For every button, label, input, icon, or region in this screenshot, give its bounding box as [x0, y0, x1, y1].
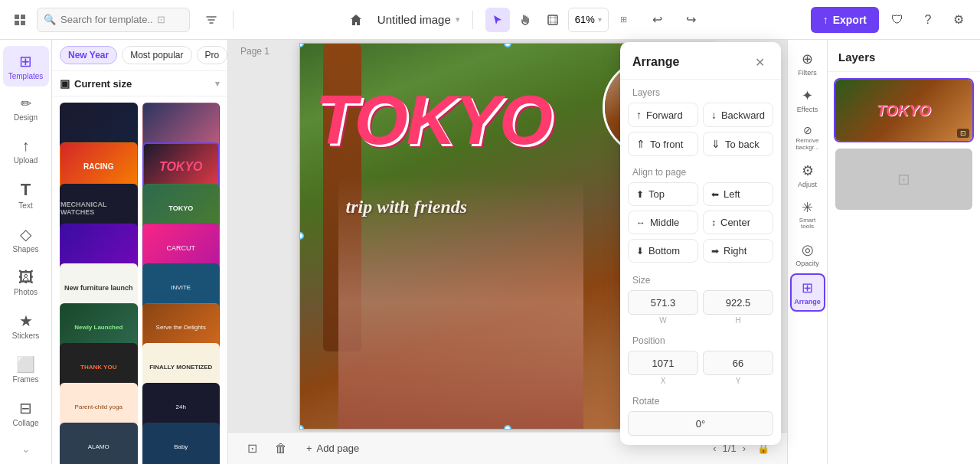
- smart-tools-icon: ✳: [802, 199, 813, 216]
- search-box[interactable]: 🔍 ⊡: [37, 8, 190, 32]
- tag-new-year[interactable]: New Year: [60, 46, 117, 64]
- align-section-label: Align to page: [620, 159, 781, 182]
- layer-item[interactable]: ⊡: [834, 147, 974, 211]
- sidebar-item-collage[interactable]: ⊟ Collage: [3, 393, 49, 433]
- shapes-icon: ◇: [20, 225, 31, 243]
- arrange-icon: ⊞: [802, 279, 813, 296]
- sidebar-item-shapes[interactable]: ◇ Shapes: [3, 219, 49, 260]
- arrange-panel-header: Arrange ✕: [620, 42, 781, 80]
- forward-button[interactable]: ↑ Forward: [628, 103, 698, 127]
- height-input-group: H: [703, 290, 773, 325]
- align-left-icon: ⬅: [711, 189, 719, 200]
- right-panel-smart-tools[interactable]: ✳ Smart tools: [790, 194, 825, 236]
- x-input[interactable]: [628, 351, 698, 375]
- undo-btn[interactable]: ↩: [645, 8, 670, 32]
- template-item[interactable]: ALAMO: [60, 423, 138, 464]
- home-icon[interactable]: [344, 8, 368, 32]
- layer-thumbnail2: ⊡: [835, 149, 972, 210]
- y-input[interactable]: [703, 351, 773, 375]
- divider2: [472, 11, 473, 29]
- right-panel-filters[interactable]: ⊕ Filters: [790, 46, 825, 81]
- opacity-icon: ◎: [802, 241, 814, 258]
- right-panel-arrange[interactable]: ⊞ Arrange: [790, 273, 825, 312]
- frames-icon: ⬜: [16, 355, 35, 374]
- help-icon[interactable]: ?: [916, 8, 940, 32]
- hand-tool[interactable]: [513, 8, 537, 32]
- resize-handle-bc[interactable]: [504, 425, 511, 430]
- delete-page-icon[interactable]: 🗑: [270, 437, 292, 460]
- search-input[interactable]: [60, 14, 152, 25]
- shield-icon[interactable]: 🛡: [885, 8, 910, 32]
- size-section-label: Size: [620, 267, 781, 290]
- layer-thumbnail: TOKYO: [835, 80, 972, 141]
- size-inputs-row: W H: [620, 290, 781, 328]
- zoom-chevron: ▾: [598, 15, 602, 24]
- photos-icon: 🖼: [18, 269, 34, 286]
- canvas-people: [338, 176, 583, 429]
- sidebar-item-design[interactable]: ✏ Design: [3, 90, 49, 128]
- templates-panel: New Year Most popular Pro ▣ Current size…: [52, 40, 228, 464]
- width-input[interactable]: [628, 290, 698, 315]
- align-middle-button[interactable]: ↔ Middle: [628, 211, 698, 234]
- arrange-panel: Arrange ✕ Layers ↑ Forward ↓ Backward ⇑ …: [620, 42, 781, 445]
- effects-icon: ✦: [802, 87, 813, 104]
- right-panel-opacity[interactable]: ◎ Opacity: [790, 237, 825, 272]
- height-input[interactable]: [703, 290, 773, 315]
- export-button[interactable]: ↑ Export: [811, 7, 879, 33]
- zoom-expand[interactable]: ⊞: [612, 8, 636, 32]
- to-front-icon: ⇑: [636, 138, 645, 150]
- text-icon: T: [21, 180, 31, 200]
- remove-bg-icon: ⊘: [803, 124, 812, 136]
- adjust-icon: ⚙: [802, 162, 814, 179]
- layer-item[interactable]: TOKYO ⊡: [834, 78, 974, 142]
- to-front-button[interactable]: ⇑ To front: [628, 132, 698, 156]
- sidebar-item-upload[interactable]: ↑ Upload: [3, 131, 49, 171]
- canvas-bottom-left: ⊡ 🗑 + Add page: [240, 437, 367, 460]
- redo-btn[interactable]: ↪: [679, 8, 704, 32]
- sidebar-item-text[interactable]: T Text: [3, 174, 49, 216]
- zoom-control[interactable]: 61% ▾: [568, 8, 609, 32]
- templates-grid: RACING TOKYO MECHANICAL WATCHES TOKYO CA…: [52, 96, 227, 464]
- align-top-button[interactable]: ⬆ Top: [628, 182, 698, 206]
- settings-icon[interactable]: ⚙: [946, 8, 971, 32]
- to-back-button[interactable]: ⇓ To back: [703, 132, 773, 156]
- align-bottom-button[interactable]: ⬇ Bottom: [628, 239, 698, 263]
- add-page-button[interactable]: + Add page: [299, 437, 367, 460]
- sidebar-item-photos[interactable]: 🖼 Photos: [3, 263, 49, 302]
- right-panel: ⊕ Filters ✦ Effects ⊘ Remove backgr... ⚙…: [787, 40, 827, 464]
- select-tool[interactable]: [485, 8, 510, 32]
- layers-panel: Layers TOKYO ⊡ ⊡: [827, 40, 980, 464]
- x-input-group: X: [628, 351, 698, 385]
- frame-tool[interactable]: [541, 8, 565, 32]
- filter-btn[interactable]: [199, 8, 224, 32]
- rotate-input-wrapper: [620, 411, 781, 436]
- page-label: Page 1: [240, 46, 270, 57]
- align-center-button[interactable]: ↕ Center: [703, 211, 773, 234]
- document-title[interactable]: Untitled image ▾: [377, 13, 460, 26]
- rotate-input[interactable]: [628, 411, 773, 436]
- template-item[interactable]: Baby: [142, 423, 220, 464]
- arrange-close-button[interactable]: ✕: [750, 53, 769, 71]
- align-left-button[interactable]: ⬅ Left: [703, 182, 773, 206]
- align-buttons-grid: ⬆ Top ⬅ Left ↔ Middle ↕ Center ⬇ Bottom …: [620, 182, 781, 267]
- duplicate-page-icon[interactable]: ⊡: [240, 437, 263, 460]
- right-panel-adjust[interactable]: ⚙ Adjust: [790, 158, 825, 193]
- forward-icon: ↑: [636, 109, 642, 121]
- y-input-group: Y: [703, 351, 773, 385]
- sidebar-item-stickers[interactable]: ★ Stickers: [3, 306, 49, 346]
- sidebar-expand-chevron[interactable]: ⌄: [15, 436, 37, 461]
- right-panel-effects[interactable]: ✦ Effects: [790, 83, 825, 118]
- image-search-icon[interactable]: ⊡: [157, 14, 165, 25]
- backward-button[interactable]: ↓ Backward: [703, 103, 773, 127]
- tag-pro[interactable]: Pro: [197, 46, 227, 64]
- current-size-btn[interactable]: ▣ Current size ▾: [52, 71, 227, 96]
- sidebar-item-frames[interactable]: ⬜ Frames: [3, 349, 49, 390]
- align-top-icon: ⬆: [636, 189, 644, 200]
- align-right-button[interactable]: ➡ Right: [703, 239, 773, 263]
- tag-most-popular[interactable]: Most popular: [122, 46, 191, 64]
- logo-icon[interactable]: [9, 9, 31, 31]
- current-size-chevron: ▾: [215, 79, 220, 89]
- sidebar-item-templates[interactable]: ⊞ Templates: [3, 46, 49, 87]
- filters-icon: ⊕: [802, 51, 813, 67]
- right-panel-remove-bg[interactable]: ⊘ Remove backgr...: [790, 119, 825, 156]
